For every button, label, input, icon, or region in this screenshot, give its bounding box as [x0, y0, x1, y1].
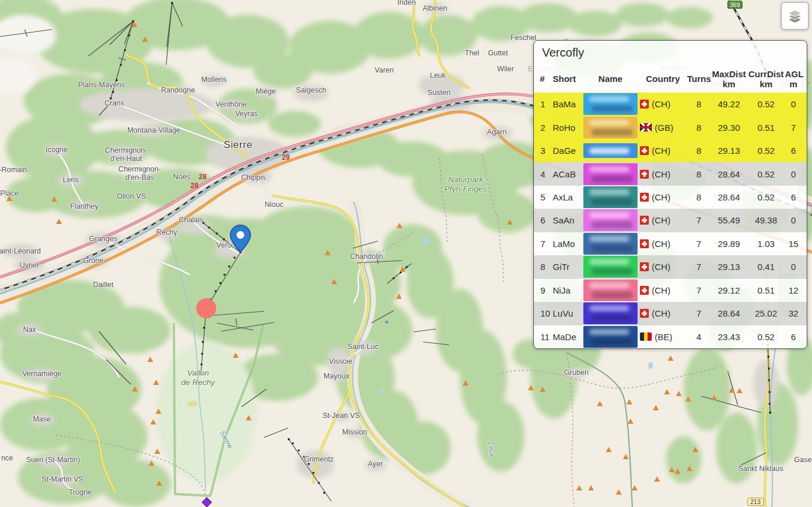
table-row[interactable]: 10 LuVu (CH) 7 28.64 25.02 32: [534, 302, 807, 325]
maxdist-cell: 29.13: [711, 262, 747, 272]
turns-cell: 8: [687, 146, 711, 156]
agl-cell: 12: [785, 285, 802, 295]
turns-cell: 4: [687, 332, 711, 342]
country-cell: (CH): [639, 99, 687, 109]
country-code: (CH): [652, 239, 671, 249]
blurred-name-badge: [583, 256, 638, 278]
country-code: (CH): [652, 215, 671, 225]
country-cell: (GB): [639, 123, 687, 133]
pilot-name-cell: [582, 117, 639, 139]
pilot-name-cell: [582, 163, 639, 185]
currdist-cell: 0.52: [747, 99, 785, 109]
table-row[interactable]: 3 DaGe (CH) 8 29.13 0.52 6: [534, 139, 807, 162]
agl-cell: 6: [785, 192, 802, 202]
country-flag-icon: [640, 193, 649, 202]
maxdist-cell: 29.12: [711, 285, 747, 295]
country-code: (CH): [652, 262, 671, 272]
turns-cell: 7: [687, 239, 711, 249]
country-flag-icon: [640, 239, 649, 248]
blurred-name-badge: [583, 302, 638, 324]
table-row[interactable]: 2 RoHo (GB) 8 29.30 0.51 7: [534, 116, 807, 139]
country-cell: (CH): [639, 262, 687, 272]
agl-cell: 7: [785, 123, 802, 133]
pilot-name-cell: [582, 256, 639, 278]
country-code: (BE): [655, 332, 672, 342]
layers-control[interactable]: [781, 2, 809, 30]
location-pin-marker[interactable]: [229, 225, 252, 253]
table-row[interactable]: 1 BaMa (CH) 8 49.22 0.52 0: [534, 93, 807, 116]
panel-title: Vercofly: [534, 41, 807, 65]
maxdist-cell: 55.49: [711, 215, 747, 225]
turns-cell: 8: [687, 123, 711, 133]
maxdist-cell: 28.64: [711, 192, 747, 202]
table-row[interactable]: 8 GiTr (CH) 7 29.13 0.41 0: [534, 255, 807, 278]
col-agl: AGLm: [785, 69, 802, 90]
turns-cell: 7: [687, 285, 711, 295]
table-header: # Short Name Country Turns MaxDistkm Cur…: [534, 65, 807, 93]
country-flag-icon: [640, 262, 649, 271]
agl-cell: 0: [785, 215, 802, 225]
layers-icon: [787, 8, 803, 24]
pilot-short-cell: MaDe: [553, 332, 582, 342]
country-cell: (CH): [639, 215, 687, 225]
col-name: Name: [582, 74, 639, 84]
pilot-name-cell: [582, 186, 639, 208]
table-row[interactable]: 6 SaAn (CH) 7 55.49 49.38 0: [534, 209, 807, 232]
col-turns: Turns: [687, 74, 711, 84]
currdist-cell: 49.38: [747, 215, 785, 225]
pilot-short-cell: RoHo: [553, 123, 582, 133]
agl-cell: 15: [785, 239, 802, 249]
pilot-short-cell: DaGe: [553, 146, 582, 156]
pilot-name-cell: [582, 143, 639, 158]
pilot-short-cell: SaAn: [553, 215, 582, 225]
col-short: Short: [553, 74, 582, 84]
table-row[interactable]: 11 MaDe (BE) 4 23.43 0.52 6: [534, 325, 807, 348]
pilot-short-cell: ACaB: [553, 169, 582, 179]
rank-cell: 8: [540, 262, 553, 272]
turns-cell: 7: [687, 215, 711, 225]
blurred-name-badge: [583, 233, 638, 255]
currdist-cell: 1.03: [747, 239, 785, 249]
col-country: Country: [639, 74, 687, 84]
table-row[interactable]: 5 AxLa (CH) 8 28.64 0.52 6: [534, 186, 807, 209]
blurred-name-badge: [583, 279, 638, 301]
country-code: (CH): [652, 146, 671, 156]
agl-cell: 6: [785, 332, 802, 342]
pilot-name-cell: [582, 233, 639, 255]
table-row[interactable]: 9 NiJa (CH) 7 29.12 0.51 12: [534, 279, 807, 302]
table-row[interactable]: 4 ACaB (CH) 8 28.64 0.52 0: [534, 162, 807, 185]
rank-cell: 7: [540, 239, 553, 249]
turns-cell: 8: [687, 192, 711, 202]
pilot-name-cell: [582, 279, 639, 301]
maxdist-cell: 29.30: [711, 123, 747, 133]
pilot-short-cell: AxLa: [553, 192, 582, 202]
rank-cell: 9: [540, 285, 553, 295]
currdist-cell: 0.52: [747, 146, 785, 156]
pilot-short-cell: GiTr: [553, 262, 582, 272]
rank-cell: 6: [540, 215, 553, 225]
pilot-name-cell: [582, 302, 639, 324]
maxdist-cell: 29.13: [711, 146, 747, 156]
blurred-name-badge: [583, 117, 638, 139]
rank-cell: 3: [540, 146, 553, 156]
maxdist-cell: 23.43: [711, 332, 747, 342]
country-code: (CH): [652, 192, 671, 202]
agl-cell: 6: [785, 146, 802, 156]
maxdist-cell: 29.89: [711, 239, 747, 249]
col-rank: #: [540, 74, 553, 84]
pilot-short-cell: LuVu: [553, 308, 582, 318]
agl-cell: 0: [785, 169, 802, 179]
country-flag-icon: [640, 286, 649, 295]
country-cell: (CH): [639, 192, 687, 202]
rank-cell: 10: [540, 308, 553, 318]
pilot-name-cell: [582, 209, 639, 231]
position-circle-marker[interactable]: [196, 298, 216, 318]
currdist-cell: 0.51: [747, 123, 785, 133]
currdist-cell: 0.51: [747, 285, 785, 295]
country-flag-icon: [640, 332, 652, 341]
pilot-name-cell: [582, 93, 639, 115]
country-cell: (CH): [639, 285, 687, 295]
table-row[interactable]: 7 LaMo (CH) 7 29.89 1.03 15: [534, 232, 807, 255]
turns-cell: 7: [687, 308, 711, 318]
pilot-short-cell: NiJa: [553, 285, 582, 295]
